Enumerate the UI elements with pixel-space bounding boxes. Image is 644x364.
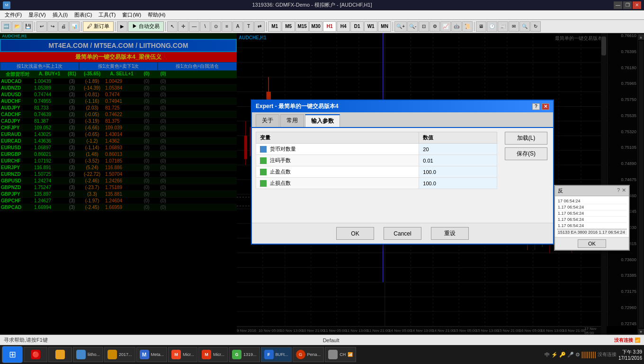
small-dialog-close[interactable]: ✕: [622, 187, 626, 194]
toolbar-period[interactable]: ⊙: [211, 21, 221, 32]
tf-h4[interactable]: H4: [337, 21, 350, 32]
toolbar-expert[interactable]: 🤖: [451, 21, 462, 32]
toolbar-clock[interactable]: 🕐: [487, 21, 497, 32]
maximize-button[interactable]: ❐: [623, 1, 632, 9]
toolbar-save[interactable]: 💾: [23, 21, 33, 32]
toolbar-crosshair[interactable]: ✛: [178, 21, 188, 32]
toolbar-arrow[interactable]: ▶: [117, 21, 127, 32]
start-button[interactable]: ⊞: [2, 346, 23, 363]
param-col-val: 数值: [419, 132, 497, 144]
dialog-help-btn[interactable]: ?: [532, 103, 540, 110]
task-folder-liitho[interactable]: liitho...: [73, 347, 103, 362]
tab-about[interactable]: 关于: [256, 114, 279, 127]
load-button[interactable]: 加载(L): [505, 132, 547, 145]
task-pena-label: Pena...: [307, 352, 321, 357]
toolbar-print[interactable]: 🖨: [58, 21, 69, 32]
minimize-button[interactable]: —: [614, 1, 622, 9]
close-button[interactable]: ✕: [633, 1, 641, 9]
toolbar-cursor[interactable]: ↖: [167, 21, 178, 32]
dialog-close-btn[interactable]: ✕: [542, 103, 549, 110]
task-micr2[interactable]: M Micr...: [198, 347, 228, 362]
param-value[interactable]: 100.0: [419, 178, 497, 189]
toolbar-terminal[interactable]: 🖥: [476, 21, 486, 32]
toolbar-news[interactable]: 📰: [498, 21, 508, 32]
tray-currency-icon[interactable]: 中: [545, 351, 550, 358]
log-entry-extra: 15133 EA 3800 2016 1.17 06:54:24: [557, 229, 627, 235]
reset-button[interactable]: 重设: [431, 227, 469, 240]
menu-insert[interactable]: 插入(I): [50, 11, 71, 19]
log-entry: 1.17 06:54:24: [557, 217, 627, 223]
menu-file[interactable]: 文件(F): [2, 11, 25, 19]
auto-trade-button[interactable]: ▶ 自动交易: [128, 21, 164, 32]
toolbar-hline[interactable]: \: [200, 21, 210, 32]
task-micr1[interactable]: M Micr...: [168, 347, 197, 362]
param-name: 止盈点数: [256, 166, 419, 178]
folder-icon: [55, 350, 65, 359]
task-metatrader[interactable]: M Meta...: [136, 347, 168, 362]
param-value[interactable]: 20: [419, 144, 497, 155]
toolbar-refresh[interactable]: ↻: [530, 21, 541, 32]
toolbar-search[interactable]: 🔍: [519, 21, 530, 32]
save-button[interactable]: 保存(S): [505, 147, 547, 160]
tf-m1[interactable]: M1: [268, 21, 281, 32]
task-folder1[interactable]: [48, 347, 72, 362]
tray-bolt-icon[interactable]: ⚡: [551, 352, 558, 358]
tf-d1[interactable]: D1: [350, 21, 364, 32]
menu-help[interactable]: 帮助(H): [145, 11, 168, 19]
tf-w1[interactable]: W1: [364, 21, 377, 32]
expert-dialog-tabs: 关于 常用 输入参数: [252, 112, 553, 128]
task-8uft[interactable]: F 8UFt...: [261, 347, 292, 362]
task-ch[interactable]: CH 📶: [325, 347, 356, 362]
tray-no-conn: 没有连接: [598, 351, 617, 358]
dialog-title-controls[interactable]: ? ✕: [532, 103, 549, 110]
menu-chart[interactable]: 图表(C): [72, 11, 95, 19]
menu-tools[interactable]: 工具(T): [96, 11, 118, 19]
toolbar-arrows[interactable]: ⇄: [254, 21, 265, 32]
toolbar-zoomout[interactable]: 🔍-: [407, 21, 418, 32]
new-order-button[interactable]: 🖊 新订单: [83, 21, 114, 32]
tf-m5[interactable]: M5: [282, 21, 295, 32]
param-value[interactable]: 100.0: [419, 166, 497, 178]
window-controls[interactable]: — ❐ ✕: [614, 1, 641, 9]
toolbar-scale[interactable]: ⊡: [419, 21, 429, 32]
toolbar-scripts[interactable]: 📜: [462, 21, 473, 32]
toolbar-fibtext[interactable]: ≡: [222, 21, 232, 32]
ch-icon: [328, 350, 338, 359]
toolbar-new[interactable]: 🆕: [1, 21, 11, 32]
tab-common[interactable]: 常用: [280, 114, 304, 127]
cancel-button[interactable]: Cancel: [384, 227, 421, 240]
tab-input-params[interactable]: 输入参数: [305, 114, 340, 127]
small-dialog-controls[interactable]: ? ✕: [617, 187, 626, 194]
toolbar-text-a[interactable]: A: [233, 21, 243, 32]
task-folder-2017[interactable]: 2017...: [104, 347, 135, 362]
toolbar-zoomin[interactable]: 🔍+: [394, 21, 407, 32]
log-entry: 1.17 06:54:24: [557, 204, 627, 210]
toolbar-open[interactable]: 📂: [12, 21, 22, 32]
small-ok-button[interactable]: OK: [578, 239, 606, 248]
ok-button[interactable]: OK: [336, 227, 374, 240]
tray-key-icon[interactable]: 🔑: [559, 352, 566, 358]
tray-mic-icon[interactable]: 🎤: [567, 352, 574, 358]
toolbar-redo[interactable]: ↪: [47, 21, 58, 32]
task-cortana[interactable]: 🔴: [24, 347, 47, 362]
tray-settings-icon[interactable]: ⚙: [575, 352, 580, 358]
taskbar: ⊞ 🔴 liitho... 2017... M Meta... M Micr..…: [0, 345, 644, 364]
toolbar-undo[interactable]: ↩: [36, 21, 47, 32]
menu-window[interactable]: 窗口(W): [119, 11, 144, 19]
toolbar-mails[interactable]: ✉: [509, 21, 519, 32]
task-pena[interactable]: G Pena...: [293, 347, 324, 362]
param-value[interactable]: 0.01: [419, 155, 497, 166]
toolbar-indicator[interactable]: 📈: [440, 21, 451, 32]
tf-m15[interactable]: M15: [295, 21, 309, 32]
toolbar-line[interactable]: —: [189, 21, 199, 32]
toolbar-chart-props[interactable]: ⚙: [429, 21, 440, 32]
small-dialog-help[interactable]: ?: [617, 187, 620, 194]
task-gdmfx[interactable]: G 1319...: [229, 347, 260, 362]
tf-mn[interactable]: MN: [378, 21, 391, 32]
tf-h1[interactable]: H1: [323, 21, 336, 32]
toolbar-profiles[interactable]: 📊: [69, 21, 80, 32]
menu-view[interactable]: 显示(V): [26, 11, 49, 19]
param-icon: [260, 169, 267, 175]
toolbar-text-t[interactable]: T: [243, 21, 254, 32]
tf-m30[interactable]: M30: [309, 21, 322, 32]
